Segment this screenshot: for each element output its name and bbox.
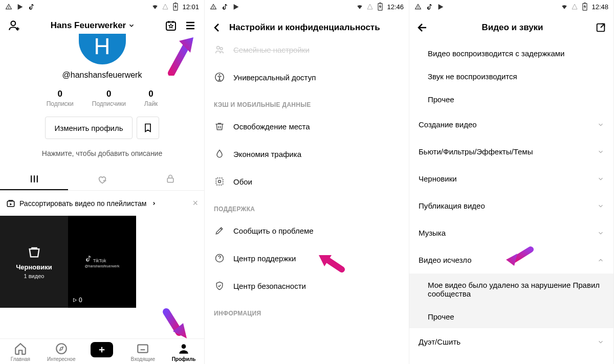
settings-item-freeup[interactable]: Освобождение места — [205, 112, 409, 140]
pencil-icon — [214, 225, 225, 236]
settings-header: Настройки и конфиденциальность — [205, 13, 409, 42]
calendar-icon[interactable] — [164, 19, 178, 32]
settings-item-accessibility[interactable]: Универсальный доступ — [205, 63, 409, 91]
stat-followers[interactable]: 0 Подписчики — [92, 89, 126, 107]
avatar[interactable]: H — [0, 34, 204, 64]
item-no-sound[interactable]: Звук не воспроизводится — [409, 65, 613, 88]
inbox-icon — [136, 342, 149, 355]
profile-name-dropdown[interactable]: Hans Feuerwerker — [28, 20, 158, 31]
bottom-nav: Главная Интересное Входящие Профиль — [0, 338, 204, 364]
settings-item-datasaver[interactable]: Экономия трафика — [205, 140, 409, 168]
section-cache: КЭШ И МОБИЛЬНЫЕ ДАННЫЕ — [205, 91, 409, 112]
signal-icon — [162, 3, 169, 10]
settings-item-report[interactable]: Сообщить о проблеме — [205, 217, 409, 244]
drafts-tile[interactable]: Черновики 1 видео — [0, 216, 68, 308]
video-tile[interactable]: TikTok @hanshansfeuerwerk 0 — [68, 216, 136, 308]
wifi-icon — [356, 3, 363, 10]
stat-likes[interactable]: 0 Лайк — [144, 89, 158, 107]
settings-screen: 12:46 Настройки и конфиденциальность Сем… — [205, 0, 409, 364]
close-icon[interactable]: × — [192, 198, 198, 209]
item-music[interactable]: Музыка — [409, 219, 613, 246]
chevron-down-icon — [597, 338, 604, 346]
svg-point-8 — [182, 344, 186, 349]
accessibility-icon — [214, 72, 225, 83]
nav-profile[interactable]: Профиль — [163, 342, 204, 362]
wallpaper-icon — [214, 176, 225, 187]
chevron-up-icon — [597, 257, 604, 264]
edit-profile-button[interactable]: Изменить профиль — [45, 117, 133, 139]
item-video-disappeared[interactable]: Видео исчезло — [409, 246, 613, 274]
status-bar: 12:01 — [0, 0, 204, 13]
nav-discover[interactable]: Интересное — [41, 342, 82, 362]
item-beauty-filters[interactable]: Бьюти/Фильтры/Эффекты/Темы — [409, 138, 613, 165]
back-button[interactable] — [210, 20, 224, 35]
compass-icon — [55, 342, 68, 355]
video-grid: Черновики 1 видео TikTok @hanshansfeuerw… — [0, 216, 204, 308]
bookmark-button[interactable] — [137, 117, 159, 139]
back-button[interactable] — [415, 20, 430, 35]
hamburger-menu-icon[interactable] — [184, 19, 197, 32]
wifi-icon — [151, 3, 159, 10]
settings-title: Настройки и конфиденциальность — [229, 22, 380, 33]
settings-item-helpcenter[interactable]: Центр поддержки — [205, 244, 409, 272]
chevron-right-icon — [151, 200, 157, 207]
item-duet-stitch[interactable]: Дуэт/Сшить — [409, 328, 613, 355]
svg-point-2 — [11, 21, 16, 26]
chevron-down-icon — [128, 22, 135, 29]
tab-private[interactable] — [136, 169, 204, 190]
play-icon — [72, 298, 77, 303]
item-video-lag[interactable]: Видео воспроизводится с задержками — [409, 42, 613, 65]
family-icon — [214, 44, 225, 55]
settings-item-wallpaper[interactable]: Обои — [205, 168, 409, 195]
warning-icon — [5, 3, 12, 10]
settings-item-safety[interactable]: Центр безопасности — [205, 272, 409, 300]
chevron-down-icon — [597, 175, 604, 183]
drafts-icon — [27, 245, 41, 259]
item-publishing[interactable]: Публикация видео — [409, 192, 613, 219]
compose-button[interactable] — [595, 22, 607, 33]
nav-inbox[interactable]: Входящие — [122, 342, 163, 362]
item-other[interactable]: Прочее — [409, 88, 613, 111]
stat-following[interactable]: 0 Подписки — [47, 89, 74, 107]
status-time: 12:48 — [591, 3, 608, 11]
settings-item-family[interactable]: Семейные настройки — [205, 42, 409, 63]
battery-icon — [377, 3, 384, 10]
item-drafts[interactable]: Черновики — [409, 165, 613, 192]
item-other2[interactable]: Прочее — [409, 305, 613, 328]
shield-icon — [214, 280, 225, 291]
svg-rect-10 — [380, 3, 381, 4]
profile-screen: 12:01 Hans Feuerwerker H @hanshansfeuerw… — [0, 0, 205, 364]
play-store-icon — [437, 3, 444, 10]
svg-point-12 — [220, 48, 223, 50]
add-user-button[interactable] — [7, 18, 21, 33]
status-bar: 12:48 — [409, 0, 613, 13]
item-create-video[interactable]: Создание видео — [409, 111, 613, 138]
play-store-icon — [232, 3, 239, 10]
username: @hanshansfeuerwerk — [0, 71, 204, 80]
signal-icon — [571, 3, 578, 10]
tab-grid[interactable] — [0, 169, 68, 190]
status-time: 12:01 — [182, 3, 199, 11]
warning-icon — [210, 3, 217, 10]
status-bar: 12:46 — [205, 0, 409, 13]
signal-icon — [366, 3, 374, 10]
bio-hint[interactable]: Нажмите, чтобы добавить описание — [0, 149, 204, 157]
section-support: ПОДДЕРЖКА — [205, 195, 409, 217]
annotation-arrow — [159, 307, 189, 343]
svg-rect-3 — [166, 22, 176, 30]
trash-icon — [214, 121, 225, 132]
item-video-removed-violation[interactable]: Мое видео было удалено за нарушение Прав… — [409, 274, 613, 305]
chevron-down-icon — [597, 202, 604, 210]
nav-create[interactable] — [82, 342, 123, 362]
nav-home[interactable]: Главная — [0, 342, 41, 362]
status-time: 12:46 — [387, 3, 404, 11]
tab-liked[interactable] — [68, 169, 136, 190]
profile-icon — [177, 342, 190, 355]
playlist-icon — [6, 199, 15, 208]
play-store-icon — [16, 3, 24, 10]
warning-icon — [414, 3, 422, 10]
playlist-sort-row[interactable]: Рассортировать видео по плейлистам × — [0, 191, 204, 216]
wifi-icon — [561, 3, 568, 10]
svg-point-11 — [217, 47, 220, 50]
svg-point-16 — [218, 180, 221, 183]
